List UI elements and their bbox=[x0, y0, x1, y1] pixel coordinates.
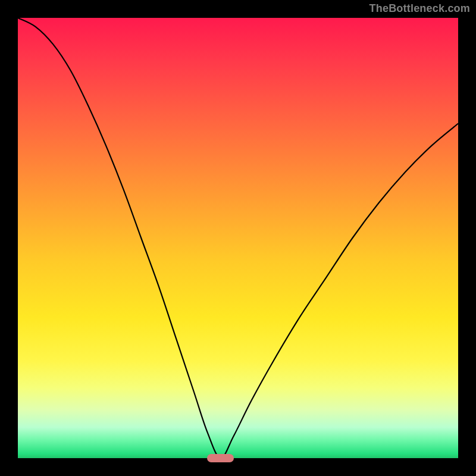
optimal-marker bbox=[207, 454, 233, 463]
plot-area bbox=[18, 18, 458, 458]
bottleneck-curve bbox=[18, 18, 458, 458]
watermark-text: TheBottleneck.com bbox=[369, 2, 470, 15]
chart-container: TheBottleneck.com bbox=[0, 0, 476, 476]
